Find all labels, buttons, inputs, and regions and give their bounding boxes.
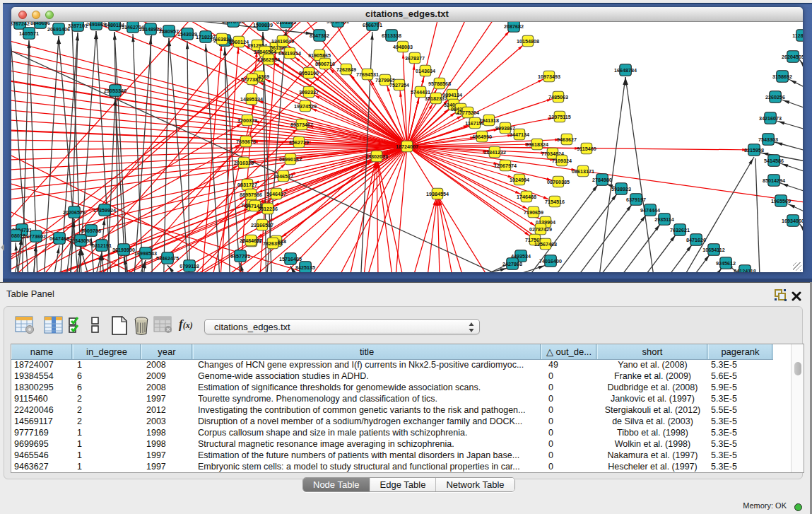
svg-text:06990162: 06990162: [279, 156, 302, 163]
svg-text:16648784: 16648784: [614, 67, 637, 74]
svg-text:9245612: 9245612: [716, 260, 736, 267]
svg-text:72343098: 72343098: [69, 238, 92, 244]
svg-text:4964990: 4964990: [472, 134, 492, 140]
svg-text:7262849: 7262849: [336, 66, 356, 73]
svg-text:29053346: 29053346: [104, 88, 126, 94]
svg-text:13341232: 13341232: [483, 149, 506, 156]
svg-text:12567468: 12567468: [534, 241, 557, 247]
svg-text:3767242: 3767242: [11, 22, 30, 27]
svg-text:3092327: 3092327: [299, 89, 319, 95]
svg-text:57773872: 57773872: [241, 76, 264, 83]
svg-text:6379197: 6379197: [626, 197, 646, 203]
svg-text:2880957: 2880957: [159, 28, 179, 35]
svg-text:08613171: 08613171: [572, 168, 594, 175]
svg-text:1509839: 1509839: [253, 22, 273, 28]
svg-text:0103105: 0103105: [276, 22, 296, 25]
svg-text:2784980: 2784980: [592, 177, 612, 183]
svg-text:02787429: 02787429: [529, 226, 552, 233]
svg-text:3960124: 3960124: [229, 39, 249, 45]
svg-text:7693676: 7693676: [236, 139, 256, 145]
svg-text:12975115: 12975115: [548, 114, 571, 120]
svg-text:0143634: 0143634: [416, 68, 435, 74]
svg-text:1128059: 1128059: [792, 33, 803, 39]
svg-text:10973493: 10973493: [538, 74, 560, 80]
svg-text:6562729: 6562729: [289, 139, 309, 146]
svg-text:5812236: 5812236: [258, 206, 278, 212]
svg-text:19384554: 19384554: [426, 191, 449, 197]
svg-text:3678377: 3678377: [405, 55, 425, 62]
svg-text:9463627: 9463627: [557, 136, 577, 143]
svg-text:23166587: 23166587: [251, 222, 273, 228]
svg-text:2691669: 2691669: [86, 22, 106, 28]
svg-text:8425135: 8425135: [295, 264, 315, 271]
svg-text:47775204: 47775204: [457, 110, 479, 116]
svg-text:2087682: 2087682: [504, 23, 524, 30]
svg-text:17359924: 17359924: [93, 207, 116, 214]
svg-text:19374529: 19374529: [294, 103, 317, 110]
svg-text:2935114: 2935114: [654, 216, 674, 223]
svg-text:7632621: 7632621: [670, 227, 690, 233]
svg-text:93618324: 93618324: [526, 141, 548, 148]
svg-text:7527354: 7527354: [389, 82, 409, 88]
svg-text:5744431: 5744431: [411, 89, 430, 95]
svg-text:84124118: 84124118: [734, 268, 756, 272]
svg-text:2260256: 2260256: [765, 94, 785, 100]
svg-text:08760385: 08760385: [547, 179, 570, 185]
svg-text:3200379: 3200379: [237, 117, 257, 124]
svg-text:0812191: 0812191: [92, 243, 112, 249]
svg-text:1965569: 1965569: [771, 198, 791, 204]
svg-text:7543303: 7543303: [758, 136, 778, 143]
svg-text:10654112: 10654112: [702, 247, 725, 253]
svg-text:1405571: 1405571: [19, 30, 39, 37]
svg-text:12067974: 12067974: [494, 163, 517, 169]
svg-text:74016400: 74016400: [539, 258, 562, 264]
svg-text:8108013: 8108013: [11, 233, 25, 239]
svg-text:4948083: 4948083: [393, 44, 413, 50]
svg-text:12419049: 12419049: [271, 38, 294, 45]
svg-text:10154808: 10154808: [517, 38, 539, 45]
svg-text:5646417: 5646417: [266, 191, 286, 197]
svg-text:0799118: 0799118: [180, 263, 199, 269]
svg-text:89373467: 89373467: [290, 122, 313, 128]
svg-text:8471626: 8471626: [686, 237, 706, 243]
svg-text:8215958: 8215958: [744, 147, 764, 153]
svg-text:85014294: 85014294: [763, 177, 785, 184]
svg-text:95788568: 95788568: [428, 81, 451, 87]
svg-text:9474444: 9474444: [640, 207, 660, 214]
svg-text:14895134: 14895134: [240, 96, 263, 103]
svg-text:36193990: 36193990: [112, 247, 135, 253]
svg-text:2016328: 2016328: [234, 160, 254, 166]
svg-text:2941318: 2941318: [479, 117, 499, 124]
svg-text:1746488: 1746488: [517, 194, 536, 200]
svg-text:34216073: 34216073: [759, 115, 782, 122]
svg-text:3287101: 3287101: [68, 23, 88, 29]
svg-text:2046537: 2046537: [273, 173, 293, 180]
svg-text:2427868: 2427868: [502, 261, 522, 267]
svg-text:9993867: 9993867: [495, 125, 515, 132]
svg-text:18724007: 18724007: [396, 144, 418, 150]
svg-text:5009788: 5009788: [81, 228, 101, 234]
svg-text:66319314: 66319314: [278, 50, 301, 57]
svg-text:8506716: 8506716: [315, 61, 335, 67]
svg-text:7190659: 7190659: [524, 209, 543, 216]
svg-text:9894134: 9894134: [442, 92, 462, 98]
svg-text:27484677: 27484677: [240, 238, 262, 244]
svg-text:3447134: 3447134: [510, 132, 529, 138]
svg-text:3158692: 3158692: [772, 74, 792, 80]
svg-text:9115460: 9115460: [577, 146, 596, 152]
svg-text:23302033: 23302033: [365, 153, 388, 160]
svg-text:0647468: 0647468: [49, 235, 69, 242]
svg-text:20206576: 20206576: [63, 209, 86, 216]
svg-text:7826398: 7826398: [263, 240, 283, 247]
svg-text:46578713: 46578713: [222, 22, 245, 25]
svg-text:8053100: 8053100: [299, 70, 319, 76]
svg-text:7109324: 7109324: [552, 158, 572, 164]
svg-text:26204505: 26204505: [782, 54, 803, 60]
svg-text:5414586: 5414586: [764, 158, 784, 164]
svg-text:16934060: 16934060: [782, 218, 803, 224]
svg-text:7154516: 7154516: [545, 199, 565, 205]
svg-text:99737631: 99737631: [326, 22, 349, 25]
svg-text:6566701: 6566701: [363, 22, 382, 28]
svg-text:1024994: 1024994: [510, 177, 529, 183]
svg-text:7485063: 7485063: [548, 94, 568, 100]
